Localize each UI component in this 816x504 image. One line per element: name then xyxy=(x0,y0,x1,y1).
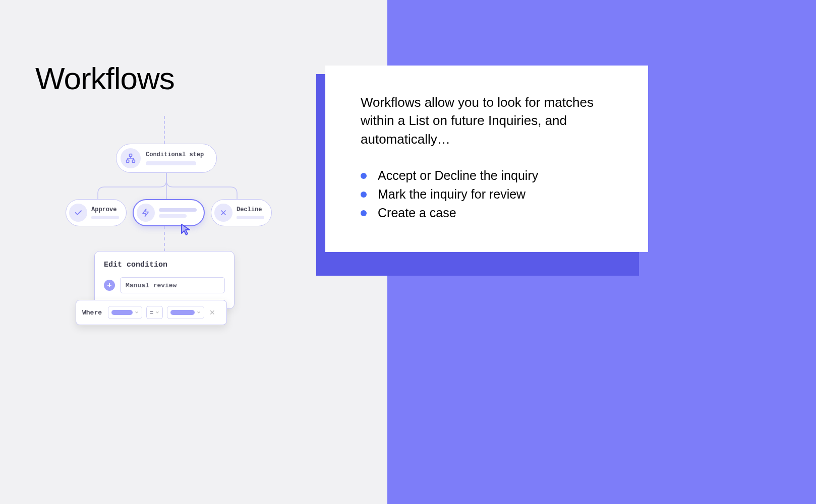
bullet-icon xyxy=(361,192,367,198)
condition-value-input[interactable]: Manual review xyxy=(120,277,225,293)
approve-label: Approve xyxy=(91,206,119,213)
info-description: Workflows allow you to look for matches … xyxy=(361,93,618,148)
svg-rect-0 xyxy=(130,154,132,157)
placeholder-pill xyxy=(170,310,195,315)
bullet-text: Mark the inquiry for review xyxy=(378,187,526,202)
remove-clause-icon[interactable]: ✕ xyxy=(208,308,216,317)
approve-node[interactable]: Approve xyxy=(66,199,127,226)
conditional-step-label: Conditional step xyxy=(146,151,204,158)
svg-rect-1 xyxy=(127,160,129,162)
connector-dashed-mid xyxy=(164,226,165,251)
operator-label: = xyxy=(150,309,153,316)
x-icon xyxy=(214,204,232,222)
decline-label: Decline xyxy=(237,206,264,213)
chevron-down-icon xyxy=(155,310,159,314)
conditional-step-node[interactable]: Conditional step xyxy=(116,144,217,173)
list-item: Mark the inquiry for review xyxy=(361,187,618,202)
hierarchy-icon xyxy=(121,148,141,168)
bullet-text: Accept or Decline the inquiry xyxy=(378,168,538,183)
where-clause-panel: Where = ✕ xyxy=(76,300,227,325)
branch-connector xyxy=(82,173,253,201)
where-label: Where xyxy=(82,309,102,317)
where-operator-select[interactable]: = xyxy=(146,306,163,319)
workflow-diagram: Conditional step Approve xyxy=(66,116,282,368)
middle-action-node[interactable] xyxy=(133,199,205,226)
decline-node[interactable]: Decline xyxy=(211,199,272,226)
where-field-select[interactable] xyxy=(108,306,142,319)
info-bullet-list: Accept or Decline the inquiry Mark the i… xyxy=(361,168,618,220)
placeholder-bar xyxy=(237,216,264,219)
placeholder-bar xyxy=(146,161,196,165)
plus-icon[interactable]: + xyxy=(104,280,115,291)
list-item: Accept or Decline the inquiry xyxy=(361,168,618,183)
bullet-icon xyxy=(361,210,367,216)
edit-condition-title: Edit condition xyxy=(104,261,225,269)
placeholder-pill xyxy=(111,310,133,315)
chevron-down-icon xyxy=(197,310,201,314)
svg-rect-2 xyxy=(132,160,135,162)
placeholder-bar xyxy=(91,216,119,219)
list-item: Create a case xyxy=(361,206,618,220)
chevron-down-icon xyxy=(135,310,139,314)
placeholder-bar xyxy=(159,208,197,212)
placeholder-bar xyxy=(159,214,187,218)
info-card: Workflows allow you to look for matches … xyxy=(325,66,648,252)
page-title: Workflows xyxy=(35,60,174,96)
bullet-text: Create a case xyxy=(378,206,456,220)
bullet-icon xyxy=(361,173,367,179)
connector-dashed-top xyxy=(164,116,165,144)
where-value-select[interactable] xyxy=(167,306,204,319)
check-icon xyxy=(69,204,87,222)
bolt-icon xyxy=(137,204,155,222)
cursor-icon xyxy=(181,223,193,238)
